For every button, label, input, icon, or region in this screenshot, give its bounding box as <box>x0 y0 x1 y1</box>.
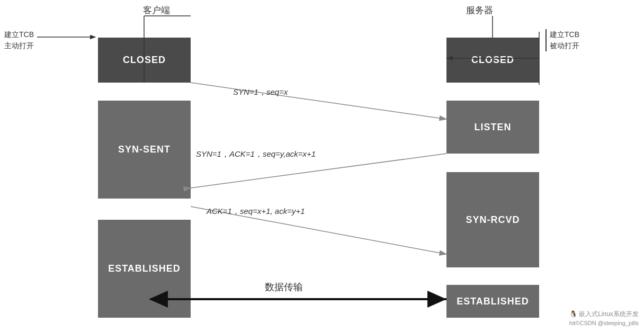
client-syn-sent-label: SYN-SENT <box>118 144 171 155</box>
server-established-state: ESTABLISHED <box>446 285 539 318</box>
tcp-handshake-diagram: CLOSED SYN-SENT ESTABLISHED CLOSED LISTE… <box>0 0 644 332</box>
client-closed-label: CLOSED <box>123 55 166 66</box>
arrow3-label: ACK=1，seq=x+1, ack=y+1 <box>207 207 305 217</box>
server-listen-state: LISTEN <box>446 101 539 154</box>
client-header-label: 客户端 <box>143 4 170 16</box>
server-listen-label: LISTEN <box>474 122 511 133</box>
server-closed-label: CLOSED <box>471 55 514 66</box>
arrow1-label: SYN=1，seq=x <box>233 87 288 97</box>
server-closed-state: CLOSED <box>446 38 539 83</box>
data-transfer-label: 数据传输 <box>265 281 303 293</box>
server-syn-rcvd-label: SYN-RCVD <box>466 214 520 226</box>
svg-line-4 <box>191 83 446 119</box>
server-established-label: ESTABLISHED <box>457 296 529 307</box>
arrow2-label: SYN=1，ACK=1，seq=y,ack=x+1 <box>196 149 316 159</box>
client-syn-sent-state: SYN-SENT <box>98 101 191 199</box>
watermark: 🐧 嵌入式Linux系统开发 hit©CSDN @sleeping_pills <box>569 310 639 327</box>
client-established-state: ESTABLISHED <box>98 220 191 318</box>
client-closed-state: CLOSED <box>98 38 191 83</box>
server-setup-label: 建立TCB 被动打开 <box>545 29 579 51</box>
client-setup-label: 建立TCB 主动打开 <box>4 29 34 51</box>
client-established-label: ESTABLISHED <box>108 263 181 274</box>
server-syn-rcvd-state: SYN-RCVD <box>446 172 539 267</box>
server-header-label: 服务器 <box>466 4 493 16</box>
